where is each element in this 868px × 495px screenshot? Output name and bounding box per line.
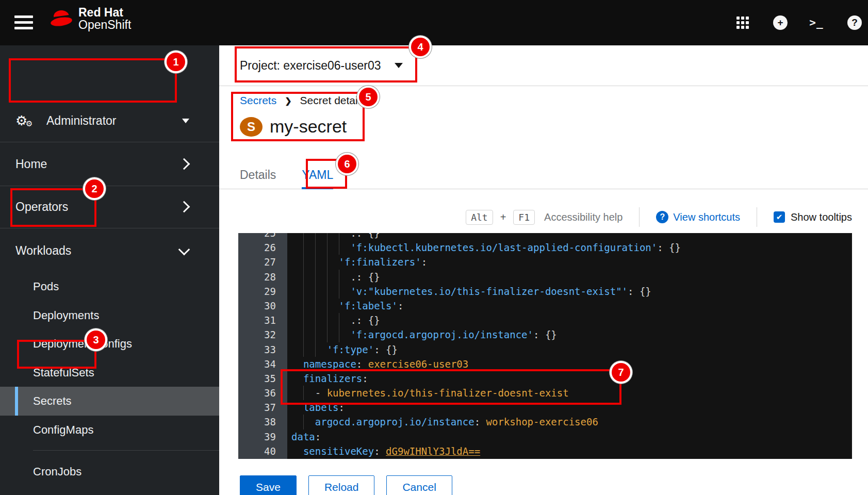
redhat-openshift-logo: Red Hat OpenShift	[50, 6, 131, 31]
indent-guide	[303, 233, 304, 240]
project-selector[interactable]: Project: exercise06-user03	[240, 45, 403, 86]
side-nav: ⚙⚙ Administrator Home Operators Workload…	[0, 45, 219, 495]
divider	[0, 142, 219, 142]
line-number: 38	[238, 415, 287, 429]
code-line[interactable]: 40 sensitiveKey: dG9wIHNlY3JldA==	[238, 444, 852, 458]
indent-guide	[303, 342, 304, 357]
brand-line1: Red Hat	[78, 6, 131, 19]
show-tooltips-label: Show tooltips	[791, 211, 852, 223]
tab-details[interactable]: Details	[240, 160, 276, 189]
code-text: argocd.argoproj.io/instance: workshop-ex…	[291, 416, 598, 427]
cogs-icon: ⚙⚙	[15, 113, 33, 129]
sidebar-item-pods[interactable]: Pods	[0, 272, 219, 301]
breadcrumb-current: Secret details	[300, 94, 366, 107]
sidebar-item-statefulsets[interactable]: StatefulSets	[0, 358, 219, 387]
line-number: 26	[238, 240, 287, 255]
sidebar-item-deployments[interactable]: Deployments	[0, 301, 219, 330]
checkbox-checked-icon[interactable]: ✔	[774, 211, 785, 223]
line-number: 40	[238, 444, 287, 458]
code-line[interactable]: 37 labels:	[238, 400, 852, 415]
indent-guide	[315, 327, 316, 342]
code-line[interactable]: 25 .: {}	[238, 233, 852, 240]
sidebar-item-deploymentconfigs[interactable]: DeploymentConfigs	[0, 329, 219, 358]
breadcrumb-link-secrets[interactable]: Secrets	[240, 94, 276, 107]
hamburger-menu-icon[interactable]	[14, 12, 33, 33]
save-button[interactable]: Save	[240, 475, 297, 495]
sidebar-item-jobs[interactable]: Jobs	[0, 485, 219, 495]
masthead: Red Hat OpenShift + >_ ?	[0, 0, 868, 45]
line-number: 35	[238, 371, 287, 386]
code-line[interactable]: 32 'f:argocd.argoproj.io/instance': {}	[238, 327, 852, 342]
code-line[interactable]: 28 .: {}	[238, 270, 852, 284]
indent-guide	[303, 415, 304, 429]
code-text: .: {}	[291, 271, 380, 283]
indent-guide	[339, 233, 339, 240]
sidebar-item-secrets[interactable]: Secrets	[0, 387, 219, 416]
indent-guide	[315, 255, 316, 269]
code-text: namespace: exercise06-user03	[291, 358, 468, 370]
terminal-icon[interactable]: >_	[805, 11, 828, 34]
tabs-bar: Details YAML	[219, 160, 868, 189]
cancel-button[interactable]: Cancel	[386, 475, 452, 495]
perspective-switcher-administrator[interactable]: ⚙⚙ Administrator	[0, 101, 219, 140]
indent-guide	[327, 313, 327, 327]
code-line[interactable]: 39data:	[238, 430, 852, 444]
code-line[interactable]: 34 namespace: exercise06-user03	[238, 357, 852, 371]
indent-guide	[339, 313, 339, 327]
code-line[interactable]: 38 argocd.argoproj.io/instance: workshop…	[238, 415, 852, 429]
sidebar-item-cronjobs[interactable]: CronJobs	[0, 457, 219, 486]
sidebar-item-operators[interactable]: Operators	[0, 187, 219, 227]
sidebar-item-workloads[interactable]: Workloads	[0, 229, 219, 272]
add-circle-icon[interactable]: +	[769, 11, 792, 34]
code-line[interactable]: 26 'f:kubectl.kubernetes.io/last-applied…	[238, 240, 852, 255]
indent-guide	[327, 240, 327, 255]
accessibility-help-label: Accessibility help	[544, 211, 623, 223]
sidebar-item-label: Home	[15, 157, 47, 171]
divider	[33, 450, 219, 451]
code-line[interactable]: 27 'f:finalizers':	[238, 255, 852, 269]
line-number: 36	[238, 386, 287, 400]
sidebar-item-label: ConfigMaps	[33, 423, 93, 437]
code-line[interactable]: 29 'v:"kubernetes.io/this-finalizer-does…	[238, 284, 852, 299]
code-text: finalizers:	[291, 373, 368, 384]
indent-guide	[327, 270, 327, 284]
code-text: 'f:finalizers':	[291, 256, 427, 268]
question-circle-icon: ?	[656, 211, 668, 223]
code-line[interactable]: 31 .: {}	[238, 313, 852, 327]
divider	[0, 228, 219, 228]
indent-guide	[303, 240, 304, 255]
code-line[interactable]: 36 - kubernetes.io/this-finalizer-doesnt…	[238, 386, 852, 400]
indent-guide	[303, 386, 304, 400]
code-text: 'f:type': {}	[291, 344, 398, 355]
indent-guide	[315, 240, 316, 255]
brand-line2: OpenShift	[78, 19, 131, 31]
code-line[interactable]: 30 'f:labels':	[238, 299, 852, 313]
reload-button[interactable]: Reload	[308, 475, 375, 495]
indent-guide	[339, 270, 339, 284]
code-text: sensitiveKey: dG9wIHNlY3JldA==	[291, 446, 480, 457]
code-line[interactable]: 35 finalizers:	[238, 371, 852, 386]
sidebar-item-home[interactable]: Home	[0, 143, 219, 185]
sidebar-item-configmaps[interactable]: ConfigMaps	[0, 416, 219, 444]
view-shortcuts-link[interactable]: ? View shortcuts	[656, 211, 740, 223]
indent-guide	[339, 284, 339, 299]
page-title-row: S my-secret	[240, 117, 347, 137]
tab-yaml[interactable]: YAML	[302, 160, 333, 189]
redhat-fedora-icon	[50, 8, 73, 29]
show-tooltips-toggle[interactable]: ✔ Show tooltips	[774, 211, 852, 223]
indent-guide	[327, 284, 327, 299]
line-number: 39	[238, 430, 287, 444]
kbd-plus: +	[500, 211, 506, 223]
sidebar-item-label: StatefulSets	[33, 366, 94, 380]
line-number: 28	[238, 270, 287, 284]
indent-guide	[303, 255, 304, 269]
apps-grid-icon[interactable]	[731, 11, 754, 34]
breadcrumb-separator-icon: ❯	[285, 96, 291, 106]
indent-guide	[315, 270, 316, 284]
active-indicator	[15, 387, 18, 416]
line-number: 31	[238, 313, 287, 327]
help-icon[interactable]: ?	[843, 11, 866, 34]
code-line[interactable]: 33 'f:type': {}	[238, 342, 852, 357]
yaml-editor[interactable]: 25 .: {}26 'f:kubectl.kubernetes.io/last…	[238, 233, 852, 459]
indent-guide	[303, 327, 304, 342]
